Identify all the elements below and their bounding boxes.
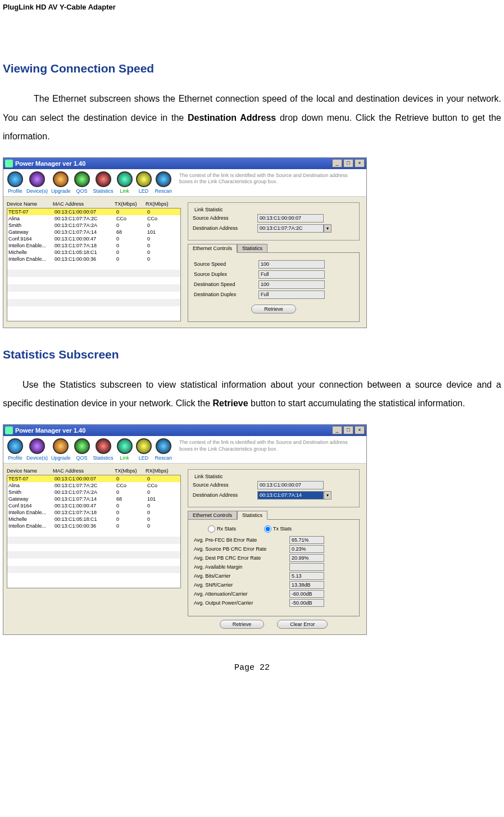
toolbar-link[interactable]: Link [115, 171, 134, 194]
source-address-label: Source Address [193, 482, 257, 488]
stat-value: -50.00dB [289, 599, 324, 607]
paragraph-1: The Ethernet subscreen shows the Etherne… [3, 89, 501, 146]
rx-stats-radio[interactable]: Rx Stats [208, 525, 236, 533]
device-list-panel: Device Name MAC Address TX(Mbps) RX(Mbps… [7, 467, 181, 631]
table-row[interactable]: Alina00:13:C1:07:7A:2CCCoCCo [7, 482, 180, 489]
source-address-input: 00:13:C1:00:00:07 [257, 214, 324, 223]
section-title-1: Viewing Connection Speed [3, 62, 501, 75]
table-row[interactable]: Gateway00:13:C1:07:7A:1468101 [7, 229, 180, 235]
table-row[interactable]: Intellon Enable...00:13:C1:00:00:3600 [7, 256, 180, 262]
source-duplex-field: Full [258, 270, 325, 279]
link-statistic-label: Link Statistic [193, 474, 225, 479]
rescan-icon [156, 171, 171, 187]
maximize-button[interactable]: □ [343, 426, 353, 434]
devices-icon [29, 438, 45, 454]
window-title: Power Manager ver 1.40 [15, 427, 331, 434]
tab-ethernet-controls[interactable]: Ethernet Controls [188, 511, 237, 520]
toolbar-statistics[interactable]: Statistics [92, 171, 115, 194]
stat-row: Avg. Output Power/Carrier-50.00dB [194, 599, 353, 607]
stat-row: Avg. Source PB CRC Error Rate0.23% [194, 545, 353, 553]
toolbar-led[interactable]: LED [134, 171, 153, 194]
table-row[interactable]: Conf.916400:13:C1:00:00:4700 [7, 502, 180, 509]
chevron-down-icon[interactable]: ▾ [324, 491, 332, 500]
stat-value: 5.13 [289, 572, 324, 580]
toolbar-qos[interactable]: QOS [72, 171, 92, 194]
rescan-icon [156, 438, 171, 454]
link-statistic-label: Link Statistic [193, 207, 225, 212]
table-row[interactable]: Smith00:13:C1:07:7A:2A00 [7, 222, 180, 229]
retrieve-button[interactable]: Retrieve [251, 305, 296, 314]
minimize-button[interactable]: _ [332, 426, 342, 434]
device-table[interactable]: TEST-0700:13:C1:00:00:0700Alina00:13:C1:… [7, 208, 181, 321]
destination-address-label: Destination Address [193, 492, 257, 498]
table-row[interactable]: TEST-0700:13:C1:00:00:0700 [7, 208, 180, 215]
table-row[interactable]: Smith00:13:C1:07:7A:2A00 [7, 489, 180, 496]
close-button[interactable]: × [355, 159, 365, 167]
app-icon [5, 426, 13, 434]
link-panel: Link Statistic Source Address00:13:C1:00… [184, 467, 363, 631]
table-row[interactable]: TEST-0700:13:C1:00:00:0700 [7, 475, 180, 482]
minimize-button[interactable]: _ [332, 159, 342, 167]
titlebar: Power Manager ver 1.40 _ □ × [3, 158, 366, 169]
table-row[interactable]: Alina00:13:C1:07:7A:2CCCoCCo [7, 215, 180, 222]
tx-stats-radio[interactable]: Tx Stats [264, 525, 292, 533]
link-panel: Link Statistic Source Address00:13:C1:00… [184, 200, 363, 324]
toolbar-led[interactable]: LED [134, 438, 153, 461]
statistics-icon [96, 438, 111, 454]
toolbar-rescan[interactable]: Rescan [153, 171, 174, 194]
toolbar-devices[interactable]: Device(s) [25, 171, 49, 194]
table-row[interactable]: Intellon Enable...00:13:C1:07:7A:1800 [7, 509, 180, 516]
source-address-label: Source Address [193, 215, 257, 221]
paragraph-2: Use the Statistics subscreen to view sta… [3, 375, 501, 413]
tab-statistics[interactable]: Statistics [237, 244, 267, 253]
tab-ethernet-controls[interactable]: Ethernet Controls [188, 244, 237, 253]
toolbar-link[interactable]: Link [115, 438, 134, 461]
destination-address-select[interactable]: 00:13:C1:07:7A:14 [257, 491, 324, 500]
device-table[interactable]: TEST-0700:13:C1:00:00:0700Alina00:13:C1:… [7, 475, 181, 588]
clear-error-button[interactable]: Clear Error [277, 620, 328, 629]
stat-value [289, 563, 324, 571]
upgrade-icon [53, 438, 69, 454]
retrieve-button[interactable]: Retrieve [220, 620, 265, 629]
led-icon [136, 171, 152, 187]
toolbar-profile[interactable]: Profile [6, 171, 25, 194]
toolbar-qos[interactable]: QOS [72, 438, 92, 461]
table-row[interactable]: Intellon Enable...00:13:C1:00:00:3600 [7, 523, 180, 529]
stat-row: Avg. Attenuation/Carrier-60.00dB [194, 590, 353, 598]
titlebar: Power Manager ver 1.40 _ □ × [3, 425, 366, 436]
link-icon [117, 171, 133, 187]
toolbar-devices[interactable]: Device(s) [25, 438, 49, 461]
table-row[interactable]: Gateway00:13:C1:07:7A:1468101 [7, 496, 180, 502]
qos-icon [74, 438, 90, 454]
stat-value: 65.71% [289, 536, 324, 544]
table-row[interactable]: Intellon Enable...00:13:C1:07:7A:1800 [7, 242, 180, 249]
statistics-icon [96, 171, 111, 187]
statistics-tab-content: Rx Stats Tx Stats Avg. Pre-FEC Bit Error… [188, 519, 360, 616]
stat-value: 20.99% [289, 554, 324, 562]
context-help: The context of the link is identified wi… [174, 171, 364, 185]
stat-row: Avg. Dest PB CRC Error Rate20.99% [194, 554, 353, 562]
table-row[interactable]: Michelle00:13:C1:05:18:C100 [7, 516, 180, 523]
table-row[interactable]: Conf.916400:13:C1:00:00:4700 [7, 235, 180, 242]
chevron-down-icon[interactable]: ▾ [324, 224, 332, 233]
stat-row: Avg. Pre-FEC Bit Error Rate65.71% [194, 536, 353, 544]
destination-duplex-field: Full [258, 291, 325, 299]
stat-value: -60.00dB [289, 590, 324, 598]
maximize-button[interactable]: □ [343, 159, 353, 167]
toolbar-statistics[interactable]: Statistics [92, 438, 115, 461]
table-row[interactable]: Michelle00:13:C1:05:18:C100 [7, 249, 180, 256]
toolbar-upgrade[interactable]: Upgrade [49, 438, 72, 461]
stat-row: Avg. SNR/Carrier13.38dB [194, 581, 353, 589]
app-window-1: Power Manager ver 1.40 _ □ × Profile Dev… [3, 157, 367, 328]
toolbar-profile[interactable]: Profile [6, 438, 25, 461]
tab-statistics[interactable]: Statistics [237, 511, 267, 520]
close-button[interactable]: × [355, 426, 365, 434]
toolbar-upgrade[interactable]: Upgrade [49, 171, 72, 194]
toolbar: Profile Device(s) Upgrade QOS Statistics… [3, 169, 366, 197]
source-speed-field: 100 [258, 260, 325, 269]
toolbar-rescan[interactable]: Rescan [153, 438, 174, 461]
source-address-input: 00:13:C1:00:00:07 [257, 481, 324, 489]
page-number: Page 22 [3, 663, 501, 673]
destination-address-select[interactable]: 00:13:C1:07:7A:2C [257, 224, 324, 233]
section-title-2: Statistics Subscreen [3, 348, 501, 361]
